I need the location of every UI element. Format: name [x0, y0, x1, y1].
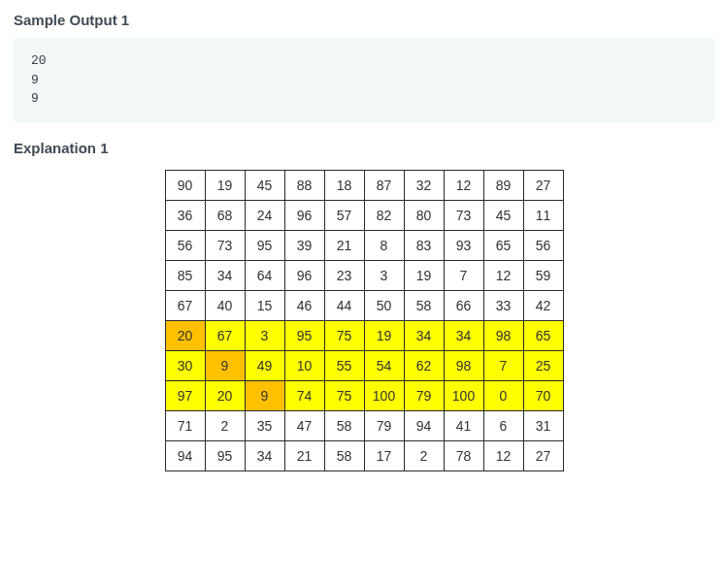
grid-cell: 87	[364, 170, 404, 200]
grid-cell: 36	[165, 200, 205, 230]
grid-cell: 19	[364, 320, 404, 350]
table-row: 712354758799441631	[165, 410, 563, 440]
grid-cell: 58	[404, 290, 444, 320]
grid-cell: 40	[205, 290, 245, 320]
grid-cell: 71	[165, 410, 205, 440]
grid-cell: 19	[205, 170, 245, 200]
grid-cell: 24	[245, 200, 284, 230]
grid-cell: 83	[404, 230, 444, 260]
grid-cell: 54	[364, 350, 404, 380]
grid-cell: 98	[483, 320, 523, 350]
grid-cell: 45	[245, 170, 284, 200]
grid-cell: 21	[324, 230, 364, 260]
grid-cell: 6	[483, 410, 523, 440]
grid-cell: 88	[284, 170, 324, 200]
table-row: 2067395751934349865	[165, 320, 563, 350]
grid-cell: 12	[483, 260, 523, 290]
grid-cell: 67	[205, 320, 245, 350]
explanation-grid: 9019458818873212892736682496578280734511…	[165, 170, 564, 471]
page-root: Sample Output 1 20 9 9 Explanation 1 901…	[0, 0, 728, 491]
grid-cell: 90	[165, 170, 205, 200]
grid-cell: 95	[245, 230, 284, 260]
grid-cell: 95	[284, 320, 324, 350]
grid-cell: 96	[284, 200, 324, 230]
grid-container: 9019458818873212892736682496578280734511…	[14, 170, 714, 471]
grid-cell: 64	[245, 260, 284, 290]
grid-cell: 47	[284, 410, 324, 440]
grid-cell: 9	[205, 350, 245, 380]
grid-cell: 12	[483, 440, 523, 470]
grid-cell: 78	[444, 440, 483, 470]
grid-cell: 34	[404, 320, 444, 350]
grid-cell: 79	[364, 410, 404, 440]
grid-cell: 80	[404, 200, 444, 230]
grid-cell: 31	[523, 410, 563, 440]
grid-cell: 3	[364, 260, 404, 290]
table-row: 5673953921883936556	[165, 230, 563, 260]
grid-cell: 79	[404, 380, 444, 410]
grid-cell: 67	[165, 290, 205, 320]
table-row: 97209747510079100070	[165, 380, 563, 410]
sample-output-block: 20 9 9	[14, 38, 714, 122]
grid-cell: 75	[324, 380, 364, 410]
grid-cell: 98	[444, 350, 483, 380]
table-row: 309491055546298725	[165, 350, 563, 380]
grid-cell: 50	[364, 290, 404, 320]
grid-cell: 70	[523, 380, 563, 410]
grid-cell: 39	[284, 230, 324, 260]
grid-cell: 32	[404, 170, 444, 200]
grid-cell: 100	[444, 380, 483, 410]
grid-cell: 94	[404, 410, 444, 440]
grid-cell: 46	[284, 290, 324, 320]
grid-cell: 68	[205, 200, 245, 230]
grid-cell: 7	[483, 350, 523, 380]
grid-cell: 57	[324, 200, 364, 230]
grid-cell: 2	[404, 440, 444, 470]
table-row: 9495342158172781227	[165, 440, 563, 470]
grid-cell: 49	[245, 350, 284, 380]
grid-cell: 34	[444, 320, 483, 350]
grid-cell: 96	[284, 260, 324, 290]
grid-cell: 73	[205, 230, 245, 260]
grid-cell: 58	[324, 440, 364, 470]
grid-cell: 97	[165, 380, 205, 410]
grid-cell: 20	[205, 380, 245, 410]
grid-cell: 33	[483, 290, 523, 320]
grid-cell: 0	[483, 380, 523, 410]
grid-cell: 9	[245, 380, 284, 410]
grid-cell: 19	[404, 260, 444, 290]
grid-cell: 55	[324, 350, 364, 380]
grid-cell: 20	[165, 320, 205, 350]
grid-cell: 41	[444, 410, 483, 440]
grid-cell: 2	[205, 410, 245, 440]
grid-cell: 95	[205, 440, 245, 470]
grid-cell: 56	[165, 230, 205, 260]
grid-cell: 10	[284, 350, 324, 380]
grid-cell: 100	[364, 380, 404, 410]
grid-cell: 85	[165, 260, 205, 290]
grid-cell: 11	[523, 200, 563, 230]
grid-cell: 58	[324, 410, 364, 440]
grid-cell: 59	[523, 260, 563, 290]
grid-cell: 93	[444, 230, 483, 260]
table-row: 36682496578280734511	[165, 200, 563, 230]
grid-cell: 44	[324, 290, 364, 320]
grid-cell: 25	[523, 350, 563, 380]
grid-cell: 74	[284, 380, 324, 410]
grid-cell: 65	[523, 320, 563, 350]
table-row: 90194588188732128927	[165, 170, 563, 200]
grid-cell: 45	[483, 200, 523, 230]
grid-cell: 94	[165, 440, 205, 470]
grid-cell: 21	[284, 440, 324, 470]
grid-cell: 42	[523, 290, 563, 320]
grid-cell: 12	[444, 170, 483, 200]
grid-cell: 8	[364, 230, 404, 260]
grid-cell: 73	[444, 200, 483, 230]
grid-cell: 3	[245, 320, 284, 350]
grid-cell: 18	[324, 170, 364, 200]
table-row: 853464962331971259	[165, 260, 563, 290]
grid-cell: 75	[324, 320, 364, 350]
grid-cell: 56	[523, 230, 563, 260]
grid-cell: 34	[205, 260, 245, 290]
grid-cell: 23	[324, 260, 364, 290]
